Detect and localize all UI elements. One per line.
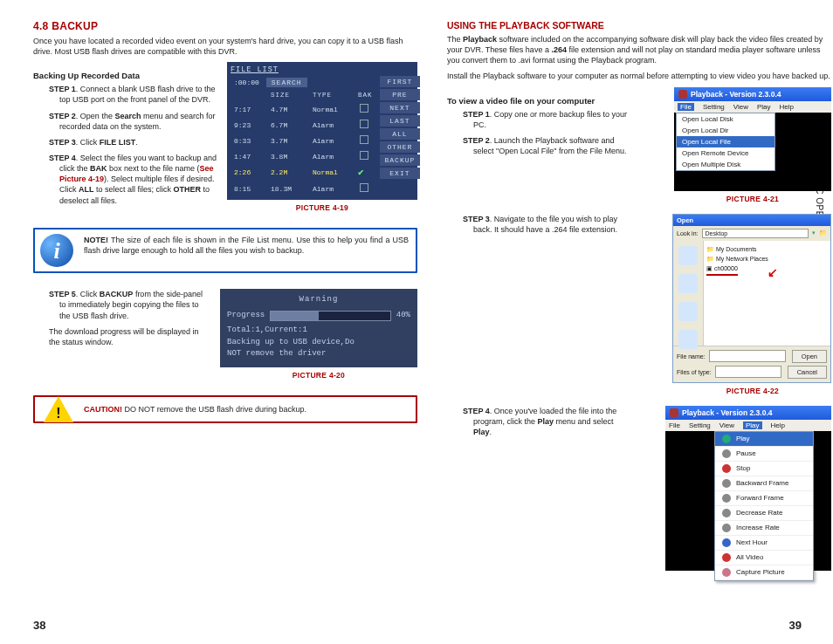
dvr-file-row[interactable]: 1:473.8MAlarm — [231, 148, 376, 164]
caution-box: CAUTION! DO NOT remove the USB flash dri… — [33, 395, 417, 423]
menu-setting[interactable]: Setting — [689, 421, 711, 429]
page-number-left: 38 — [33, 619, 45, 632]
menu-file[interactable]: File — [669, 421, 680, 429]
dvr-file-row[interactable]: 0:333.7MAlarm — [231, 133, 376, 148]
dvr-side-pre[interactable]: PRE — [380, 89, 421, 100]
step-4: STEP 4. Select the files you want to bac… — [49, 153, 217, 206]
progress-bar — [270, 311, 391, 321]
play-menu-item[interactable]: Stop — [715, 462, 813, 476]
step-r3: STEP 3. Navigate to the file you wish to… — [463, 214, 630, 235]
note-box: i NOTE! The size of each file is shown i… — [33, 228, 417, 273]
subhead-backup: Backing Up Recorded Data — [33, 71, 217, 80]
picture-4-19-caption: PICTURE 4-19 — [227, 203, 417, 212]
file-menu-item[interactable]: Open Multiple Disk — [677, 159, 774, 170]
step-1: STEP 1. Connect a blank USB flash drive … — [49, 84, 217, 105]
open-dialog-screenshot: Open Look in: Desktop ▾📁 📁 My Documents📁… — [672, 214, 831, 383]
page-38: 4.8 Backup Once you have located a recor… — [33, 13, 417, 432]
play-menu-item[interactable]: Capture Picture — [715, 565, 813, 580]
file-menu-item[interactable]: Open Local Dir — [677, 125, 774, 136]
play-menu-item[interactable]: Play — [715, 432, 813, 447]
intro-right-2: Install the Playback software to your co… — [447, 71, 831, 81]
app-icon — [670, 408, 678, 417]
warning-icon — [44, 396, 73, 422]
step-5-extra: The download progress will be displayed … — [33, 326, 210, 347]
play-menu-item[interactable]: Forward Frame — [715, 491, 813, 506]
dvr-file-row[interactable]: 9:236.7MAlarm — [231, 117, 376, 133]
selected-264-file[interactable]: ▣ ch00000 — [706, 264, 738, 276]
file-dropdown[interactable]: Open Local DiskOpen Local DirOpen Local … — [676, 113, 775, 171]
play-menu-item[interactable]: Next Hour — [715, 536, 813, 551]
subhead-view: To view a video file on your computer — [447, 96, 630, 106]
step-r1: STEP 1. Copy one or more backup files to… — [463, 109, 630, 130]
playback-app-play-menu-screenshot: Playback - Version 2.3.0.4 FileSettingVi… — [665, 406, 831, 571]
picture-4-22-caption: PICTURE 4-22 — [674, 387, 831, 395]
play-dropdown[interactable]: PlayPauseStopBackward FrameForward Frame… — [714, 431, 814, 581]
playback-app-file-menu-screenshot: Playback - Version 2.3.0.4 FileSettingVi… — [674, 87, 831, 191]
menu-help[interactable]: Help — [780, 103, 794, 111]
page-39: Using the Playback Software The Playback… — [447, 13, 831, 590]
dvr-side-all[interactable]: ALL — [380, 128, 421, 140]
picture-4-20-caption: PICTURE 4-20 — [220, 371, 417, 380]
play-menu-item[interactable]: All Video — [715, 551, 813, 565]
play-menu-item[interactable]: Increase Rate — [715, 521, 813, 536]
red-arrow-icon: ↙ — [768, 265, 778, 279]
dvr-side-last[interactable]: LAST — [380, 115, 421, 127]
dvr-file-list-screenshot: FILE LIST :00:00 SEARCH SIZE TYPE BAK — [227, 62, 417, 200]
dvr-side-backup[interactable]: BACKUP — [380, 154, 421, 166]
menu-setting[interactable]: Setting — [703, 103, 725, 111]
intro-right-1: The Playback software included on the ac… — [447, 34, 831, 65]
backup-progress-screenshot: Warning Progress 40% Total:1,Current:1 B… — [220, 289, 417, 367]
dvr-side-exit[interactable]: EXIT — [380, 168, 421, 179]
play-menu-item[interactable]: Decrease Rate — [715, 506, 813, 521]
menu-help[interactable]: Help — [771, 421, 785, 429]
dvr-side-first[interactable]: FIRST — [380, 76, 421, 87]
menu-view[interactable]: View — [719, 421, 734, 429]
section-title: 4.8 Backup — [33, 20, 417, 32]
dvr-side-next[interactable]: NEXT — [380, 102, 421, 113]
menu-file[interactable]: File — [678, 103, 694, 111]
page-number-right: 39 — [789, 619, 802, 632]
dvr-file-row[interactable]: 7:174.7MNormal — [231, 101, 376, 117]
dvr-file-row[interactable]: 8:1518.3MAlarm — [231, 181, 376, 196]
app-icon — [678, 90, 687, 99]
dvr-file-row[interactable]: 2:262.2MNormal✔ — [231, 164, 376, 181]
info-icon: i — [40, 234, 73, 267]
step-r4: STEP 4. Once you've loaded the file into… — [463, 406, 630, 437]
open-button[interactable]: Open — [792, 350, 827, 363]
intro-text: Once you have located a recorded video e… — [33, 36, 417, 57]
section-title-right: Using the Playback Software — [447, 20, 831, 31]
menu-play[interactable]: Play — [757, 103, 771, 111]
file-menu-item[interactable]: Open Local Disk — [677, 113, 774, 125]
file-menu-item[interactable]: Open Remote Device — [677, 147, 774, 159]
play-menu-item[interactable]: Pause — [715, 447, 813, 462]
dvr-header: FILE LIST — [231, 65, 414, 76]
menu-view[interactable]: View — [733, 103, 748, 111]
step-2: STEP 2. Open the Search menu and search … — [49, 111, 217, 132]
file-menu-item[interactable]: Open Local File — [677, 136, 774, 147]
dvr-side-other[interactable]: OTHER — [380, 141, 421, 153]
picture-4-21-caption: PICTURE 4-21 — [674, 195, 831, 203]
cancel-button[interactable]: Cancel — [788, 366, 827, 379]
step-5: STEP 5. Click BACKUP from the side-panel… — [49, 289, 210, 320]
menu-play[interactable]: Play — [743, 421, 762, 429]
steps-list-left: STEP 1. Connect a blank USB flash drive … — [33, 84, 217, 205]
step-3: STEP 3. Click FILE LIST. — [49, 137, 217, 147]
step-r2: STEP 2. Launch the Playback software and… — [463, 135, 630, 156]
dvr-search-button[interactable]: SEARCH — [266, 78, 307, 87]
play-menu-item[interactable]: Backward Frame — [715, 476, 813, 491]
